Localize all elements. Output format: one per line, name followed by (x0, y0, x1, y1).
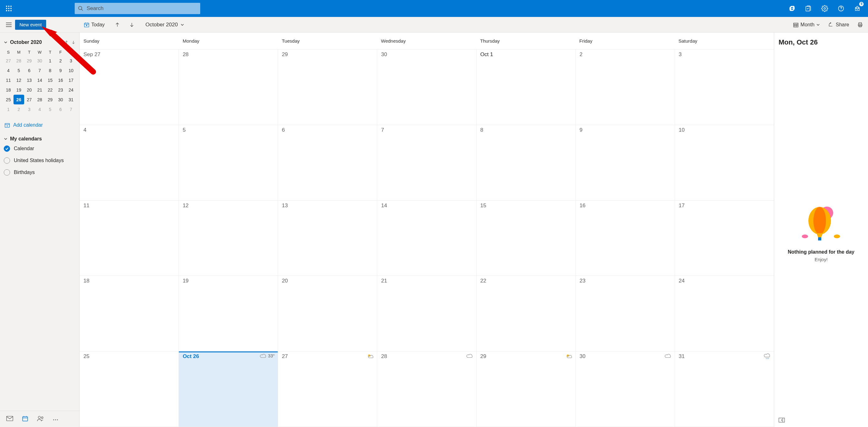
day-cell[interactable]: 12 (179, 201, 278, 276)
day-cell[interactable]: 21 (377, 276, 476, 352)
day-cell[interactable]: 25 (80, 352, 179, 427)
mini-day[interactable]: 1 (45, 56, 55, 66)
mini-day[interactable]: 21 (34, 85, 45, 95)
next-period-button[interactable] (128, 21, 135, 29)
day-cell[interactable]: 13 (278, 201, 377, 276)
add-calendar-button[interactable]: Add calendar (3, 122, 76, 128)
mini-day[interactable]: 8 (45, 66, 55, 75)
day-cell[interactable]: Sep 27 (80, 50, 179, 125)
day-cell[interactable]: 11 (80, 201, 179, 276)
app-launcher-icon[interactable] (2, 2, 15, 15)
day-cell[interactable]: 19 (179, 276, 278, 352)
mini-day[interactable]: 20 (24, 85, 34, 95)
day-cell[interactable]: 29 (278, 50, 377, 125)
mini-day[interactable]: 29 (45, 95, 55, 104)
day-cell[interactable]: 23 (576, 276, 675, 352)
mini-calendar-header[interactable]: October 2020 (3, 38, 76, 48)
mini-day[interactable]: 13 (24, 75, 34, 85)
day-cell[interactable]: 28 (377, 352, 476, 427)
new-event-button[interactable]: New event (15, 20, 46, 30)
collapse-pane-icon[interactable] (779, 418, 785, 423)
mini-day[interactable]: 31 (66, 95, 76, 104)
mini-day[interactable]: 4 (3, 66, 13, 75)
day-cell[interactable]: 16 (576, 201, 675, 276)
mini-day[interactable]: 24 (66, 85, 76, 95)
calendar-icon[interactable] (22, 416, 28, 423)
day-cell[interactable]: 29 (477, 352, 576, 427)
mini-day[interactable]: 19 (13, 85, 24, 95)
day-cell[interactable]: 31 (675, 352, 774, 427)
mini-day[interactable]: 28 (34, 95, 45, 104)
mini-day[interactable]: 2 (13, 104, 24, 114)
day-cell[interactable]: Oct 2633° (179, 352, 278, 427)
day-cell[interactable]: 20 (278, 276, 377, 352)
day-cell[interactable]: 4 (80, 125, 179, 201)
mini-day[interactable]: 6 (55, 104, 66, 114)
my-calendars-header[interactable]: My calendars (3, 136, 76, 142)
mini-day[interactable]: 7 (66, 104, 76, 114)
day-cell[interactable]: 3 (675, 50, 774, 125)
calendar-item[interactable]: United States holidays (4, 157, 76, 164)
mini-day[interactable]: 10 (66, 66, 76, 75)
day-cell[interactable]: 18 (80, 276, 179, 352)
mini-day[interactable]: 27 (24, 95, 34, 104)
skype-icon[interactable] (784, 0, 800, 17)
view-switcher[interactable]: Month (792, 20, 821, 30)
notifications-icon[interactable]: 9 (849, 0, 866, 17)
mini-day[interactable]: 4 (34, 104, 45, 114)
day-cell[interactable]: 30 (377, 50, 476, 125)
mini-day[interactable]: 30 (55, 95, 66, 104)
share-button[interactable]: Share (827, 20, 850, 30)
todo-icon[interactable] (800, 0, 816, 17)
today-button[interactable]: Today (83, 20, 106, 30)
mail-icon[interactable] (6, 416, 13, 423)
mini-day[interactable]: 26 (13, 95, 24, 104)
mini-day[interactable]: 17 (66, 75, 76, 85)
day-cell[interactable]: 9 (576, 125, 675, 201)
day-cell[interactable]: 27 (278, 352, 377, 427)
more-icon[interactable] (53, 416, 58, 422)
mini-day[interactable]: 18 (3, 85, 13, 95)
mini-day[interactable]: 15 (45, 75, 55, 85)
day-cell[interactable]: 28 (179, 50, 278, 125)
calendar-item[interactable]: Calendar (4, 145, 76, 152)
mini-day[interactable]: 29 (24, 56, 34, 66)
day-cell[interactable]: Oct 1 (477, 50, 576, 125)
day-cell[interactable]: 7 (377, 125, 476, 201)
mini-day[interactable]: 1 (3, 104, 13, 114)
print-button[interactable] (856, 20, 864, 30)
mini-day[interactable]: 23 (55, 85, 66, 95)
mini-day[interactable]: 14 (34, 75, 45, 85)
mini-day[interactable]: 6 (24, 66, 34, 75)
mini-day[interactable]: 11 (3, 75, 13, 85)
arrow-down-icon[interactable] (71, 40, 75, 44)
mini-day[interactable]: 9 (55, 66, 66, 75)
day-cell[interactable]: 6 (278, 125, 377, 201)
nav-toggle-icon[interactable] (4, 20, 14, 30)
day-cell[interactable]: 2 (576, 50, 675, 125)
prev-period-button[interactable] (114, 21, 121, 29)
mini-day[interactable]: 3 (66, 56, 76, 66)
mini-day[interactable]: 12 (13, 75, 24, 85)
day-cell[interactable]: 15 (477, 201, 576, 276)
calendar-checkbox[interactable] (4, 169, 10, 175)
mini-day[interactable]: 16 (55, 75, 66, 85)
mini-day[interactable]: 5 (45, 104, 55, 114)
day-cell[interactable]: 5 (179, 125, 278, 201)
search-input[interactable] (87, 5, 197, 11)
mini-day[interactable]: 30 (34, 56, 45, 66)
mini-day[interactable]: 27 (3, 56, 13, 66)
date-picker-button[interactable]: October 2020 (146, 22, 184, 28)
people-icon[interactable] (37, 416, 44, 423)
calendar-checkbox[interactable] (4, 145, 10, 152)
day-cell[interactable]: 17 (675, 201, 774, 276)
mini-day[interactable]: 28 (13, 56, 24, 66)
settings-icon[interactable] (816, 0, 833, 17)
mini-day[interactable]: 3 (24, 104, 34, 114)
arrow-up-icon[interactable] (64, 40, 69, 44)
day-cell[interactable]: 22 (477, 276, 576, 352)
day-cell[interactable]: 30 (576, 352, 675, 427)
mini-day[interactable]: 2 (55, 56, 66, 66)
day-cell[interactable]: 14 (377, 201, 476, 276)
mini-day[interactable]: 22 (45, 85, 55, 95)
